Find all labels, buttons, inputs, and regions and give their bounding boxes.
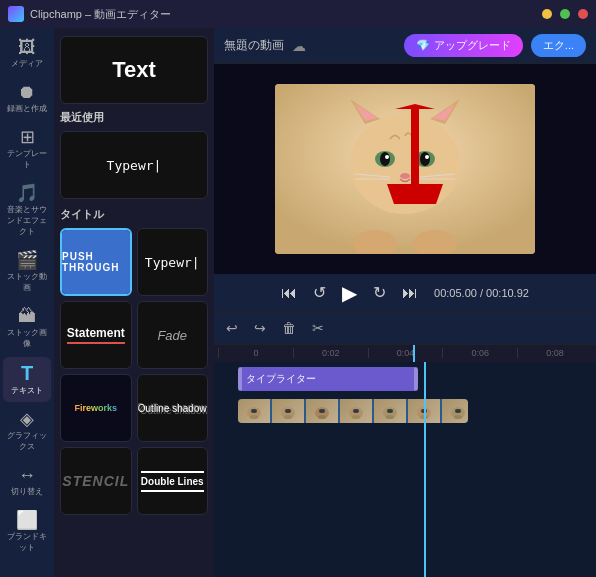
sidebar-label-graphics: グラフィックス (7, 430, 47, 452)
window-controls (542, 9, 588, 19)
playback-bar: ⏮ ↺ ▶ ↻ ⏭ 00:05.00 / 00:10.92 (214, 274, 596, 312)
svg-point-9 (420, 152, 430, 166)
push-through-label: PUSH THROUGH (62, 251, 130, 273)
export-label: エク... (543, 39, 574, 51)
svg-point-1 (350, 114, 460, 214)
text-main-label: Text (112, 57, 156, 83)
svg-point-49 (454, 415, 462, 419)
svg-point-10 (385, 155, 389, 159)
sidebar-item-stock-image[interactable]: 🏔 ストック画像 (3, 301, 51, 355)
svg-point-25 (250, 415, 258, 419)
svg-point-40 (389, 409, 393, 413)
video-thumb-7 (442, 399, 468, 423)
text-track-content[interactable]: タイプライター (238, 367, 418, 391)
svg-point-8 (380, 152, 390, 166)
video-track (218, 397, 592, 425)
svg-point-37 (352, 415, 360, 419)
project-name: 無題の動画 (224, 37, 284, 54)
sidebar-label-brand: ブランドキット (7, 531, 47, 553)
sidebar-label-media: メディア (11, 58, 43, 69)
sidebar-label-stock-video: ストック動画 (7, 271, 47, 293)
templates-icon: ⊞ (20, 128, 35, 146)
fast-forward-button[interactable]: ↻ (373, 283, 386, 302)
minimize-button[interactable] (542, 9, 552, 19)
svg-point-24 (253, 409, 257, 413)
push-through-card[interactable]: PUSH THROUGH (60, 228, 132, 296)
stencil-card[interactable]: Stencil (60, 447, 132, 515)
audio-icon: 🎵 (16, 184, 38, 202)
sidebar-item-graphics[interactable]: ◈ グラフィックス (3, 404, 51, 458)
title-cards-grid: PUSH THROUGH Typewr| Statement Fade Fire… (60, 228, 208, 515)
sidebar-item-stock-video[interactable]: 🎬 ストック動画 (3, 245, 51, 299)
fade-card[interactable]: Fade (137, 301, 209, 369)
svg-point-48 (457, 409, 461, 413)
export-button[interactable]: エク... (531, 34, 586, 57)
video-thumb-1 (238, 399, 270, 423)
sidebar-item-text[interactable]: T テキスト (3, 357, 51, 402)
sidebar-item-brand[interactable]: ⬜ ブランドキット (3, 505, 51, 559)
tick-4: 0:08 (517, 348, 592, 358)
record-icon: ⏺ (18, 83, 36, 101)
svg-point-11 (425, 155, 429, 159)
sidebar-item-media[interactable]: 🖼 メディア (3, 32, 51, 75)
timeline-ruler: 0 0:02 0:04 0:06 0:08 (214, 344, 596, 362)
delete-button[interactable]: 🗑 (278, 318, 300, 338)
svg-point-32 (321, 409, 325, 413)
ruler-ticks: 0 0:02 0:04 0:06 0:08 (218, 348, 592, 358)
video-thumb-5 (374, 399, 406, 423)
recent-typewriter-card[interactable]: Typewr| (60, 131, 208, 199)
fireworks-card[interactable]: Fireworks (60, 374, 132, 442)
video-preview (214, 64, 596, 274)
text-main-card[interactable]: Text (60, 36, 208, 104)
tick-3: 0:06 (442, 348, 517, 358)
svg-point-41 (386, 415, 394, 419)
video-track-content[interactable] (238, 399, 468, 423)
double-lines-card[interactable]: Double Lines (137, 447, 209, 515)
stock-video-icon: 🎬 (16, 251, 38, 269)
maximize-button[interactable] (560, 9, 570, 19)
typewriter-card[interactable]: Typewr| (137, 228, 209, 296)
sidebar-label-text: テキスト (11, 385, 43, 396)
track-handle-right[interactable] (414, 367, 418, 391)
skip-back-button[interactable]: ⏮ (281, 284, 297, 302)
sidebar-item-audio[interactable]: 🎵 音楽とサウンドエフェクト (3, 178, 51, 243)
time-current: 00:05.00 (434, 287, 477, 299)
sidebar-label-audio: 音楽とサウンドエフェクト (7, 204, 47, 237)
rewind-button[interactable]: ↺ (313, 283, 326, 302)
sidebar-label-stock-image: ストック画像 (7, 327, 47, 349)
cat-svg (275, 84, 535, 254)
double-lines-label: Double Lines (141, 471, 204, 492)
play-button[interactable]: ▶ (342, 281, 357, 305)
skip-forward-button[interactable]: ⏭ (402, 284, 418, 302)
sidebar-label-record: 録画と作成 (7, 103, 47, 114)
time-display: 00:05.00 / 00:10.92 (434, 287, 529, 299)
svg-point-29 (284, 415, 292, 419)
close-button[interactable] (578, 9, 588, 19)
redo-button[interactable]: ↪ (250, 318, 270, 338)
text-track-label: タイプライター (246, 372, 316, 386)
svg-point-36 (355, 409, 359, 413)
upgrade-button[interactable]: 💎 アップグレード (404, 34, 523, 57)
split-button[interactable]: ✂ (308, 318, 328, 338)
playhead-ruler (413, 345, 415, 362)
sidebar-item-templates[interactable]: ⊞ テンプレート (3, 122, 51, 176)
sidebar-item-record[interactable]: ⏺ 録画と作成 (3, 77, 51, 120)
app-logo (8, 6, 24, 22)
stencil-label: Stencil (62, 473, 129, 489)
stock-image-icon: 🏔 (18, 307, 36, 325)
title-bar: Clipchamp – 動画エディター (0, 0, 596, 28)
statement-label: Statement (67, 326, 125, 344)
graphics-icon: ◈ (20, 410, 34, 428)
tick-0: 0 (218, 348, 293, 358)
outline-shadow-card[interactable]: Outline shadow (137, 374, 209, 442)
timeline-tracks: タイプライター (214, 362, 596, 578)
statement-card[interactable]: Statement (60, 301, 132, 369)
media-icon: 🖼 (18, 38, 36, 56)
undo-button[interactable]: ↩ (222, 318, 242, 338)
time-total: 00:10.92 (486, 287, 529, 299)
sidebar-item-transitions[interactable]: ↔ 切り替え (3, 460, 51, 503)
track-handle-left[interactable] (238, 367, 242, 391)
svg-point-12 (400, 173, 410, 179)
tick-1: 0:02 (293, 348, 368, 358)
timeline-toolbar: ↩ ↪ 🗑 ✂ (214, 312, 596, 344)
